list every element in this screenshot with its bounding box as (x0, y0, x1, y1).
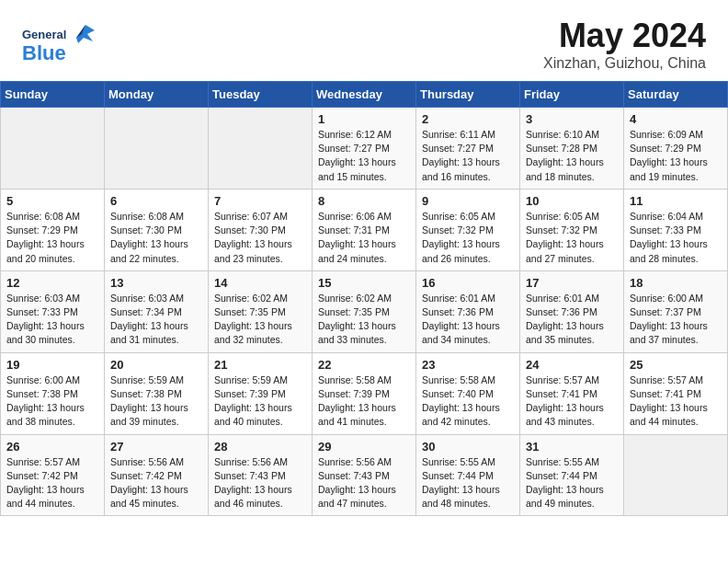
weekday-header-friday: Friday (520, 82, 624, 108)
weekday-header-monday: Monday (105, 82, 209, 108)
weekday-header-sunday: Sunday (1, 82, 105, 108)
calendar-cell (1, 108, 105, 190)
day-number: 1 (318, 112, 411, 126)
day-info: Sunrise: 6:09 AMSunset: 7:29 PMDaylight:… (630, 128, 722, 184)
day-number: 5 (6, 194, 99, 208)
calendar-table: SundayMondayTuesdayWednesdayThursdayFrid… (0, 81, 728, 516)
location: Xinzhan, Guizhou, China (543, 55, 706, 72)
day-number: 13 (110, 276, 203, 290)
day-info: Sunrise: 6:12 AMSunset: 7:27 PMDaylight:… (318, 128, 411, 184)
weekday-row: SundayMondayTuesdayWednesdayThursdayFrid… (1, 82, 728, 108)
day-number: 22 (318, 358, 411, 372)
day-number: 17 (526, 276, 619, 290)
day-number: 26 (6, 440, 99, 454)
logo-general: General (22, 28, 66, 41)
calendar-cell: 10Sunrise: 6:05 AMSunset: 7:32 PMDayligh… (520, 189, 624, 270)
day-number: 23 (422, 358, 515, 372)
day-number: 30 (422, 440, 515, 454)
calendar-cell: 5Sunrise: 6:08 AMSunset: 7:29 PMDaylight… (1, 189, 105, 270)
day-info: Sunrise: 6:03 AMSunset: 7:33 PMDaylight:… (6, 292, 99, 348)
day-number: 7 (214, 194, 307, 208)
calendar-cell: 27Sunrise: 5:56 AMSunset: 7:42 PMDayligh… (105, 434, 209, 516)
day-number: 24 (526, 358, 619, 372)
weekday-header-saturday: Saturday (624, 82, 728, 108)
calendar-header: SundayMondayTuesdayWednesdayThursdayFrid… (1, 82, 728, 108)
calendar-cell: 6Sunrise: 6:08 AMSunset: 7:30 PMDaylight… (105, 189, 209, 270)
day-info: Sunrise: 6:00 AMSunset: 7:38 PMDaylight:… (6, 373, 99, 430)
calendar-cell: 1Sunrise: 6:12 AMSunset: 7:27 PMDaylight… (313, 108, 416, 190)
logo: General Blue (22, 23, 98, 65)
day-info: Sunrise: 6:04 AMSunset: 7:33 PMDaylight:… (630, 210, 722, 266)
day-number: 9 (422, 194, 515, 208)
day-info: Sunrise: 5:57 AMSunset: 7:41 PMDaylight:… (630, 373, 722, 430)
day-info: Sunrise: 6:01 AMSunset: 7:36 PMDaylight:… (422, 292, 515, 348)
day-info: Sunrise: 5:57 AMSunset: 7:42 PMDaylight:… (6, 455, 99, 511)
day-number: 8 (318, 194, 411, 208)
calendar-cell: 11Sunrise: 6:04 AMSunset: 7:33 PMDayligh… (624, 189, 728, 270)
calendar-cell: 3Sunrise: 6:10 AMSunset: 7:28 PMDaylight… (520, 108, 624, 190)
page-header: General Blue May 2024 Xinzhan, Guizhou, … (0, 0, 728, 81)
day-number: 6 (110, 194, 203, 208)
calendar-cell: 12Sunrise: 6:03 AMSunset: 7:33 PMDayligh… (1, 270, 105, 352)
day-info: Sunrise: 6:01 AMSunset: 7:36 PMDaylight:… (526, 292, 619, 348)
calendar-cell: 9Sunrise: 6:05 AMSunset: 7:32 PMDaylight… (416, 189, 520, 270)
day-info: Sunrise: 5:56 AMSunset: 7:43 PMDaylight:… (318, 455, 411, 511)
day-info: Sunrise: 6:08 AMSunset: 7:30 PMDaylight:… (110, 210, 203, 266)
day-number: 19 (6, 358, 99, 372)
calendar-cell: 17Sunrise: 6:01 AMSunset: 7:36 PMDayligh… (520, 270, 624, 352)
calendar-cell: 20Sunrise: 5:59 AMSunset: 7:38 PMDayligh… (105, 352, 209, 434)
day-number: 10 (526, 194, 619, 208)
day-number: 4 (630, 112, 722, 126)
day-info: Sunrise: 6:06 AMSunset: 7:31 PMDaylight:… (318, 210, 411, 266)
week-row-4: 19Sunrise: 6:00 AMSunset: 7:38 PMDayligh… (1, 352, 728, 434)
calendar-cell: 31Sunrise: 5:55 AMSunset: 7:44 PMDayligh… (520, 434, 624, 516)
calendar-cell: 30Sunrise: 5:55 AMSunset: 7:44 PMDayligh… (416, 434, 520, 516)
day-info: Sunrise: 6:10 AMSunset: 7:28 PMDaylight:… (526, 128, 619, 184)
weekday-header-wednesday: Wednesday (313, 82, 416, 108)
day-number: 12 (6, 276, 99, 290)
day-number: 16 (422, 276, 515, 290)
calendar-cell: 21Sunrise: 5:59 AMSunset: 7:39 PMDayligh… (209, 352, 313, 434)
calendar-cell: 19Sunrise: 6:00 AMSunset: 7:38 PMDayligh… (1, 352, 105, 434)
day-info: Sunrise: 5:56 AMSunset: 7:42 PMDaylight:… (110, 455, 203, 511)
day-number: 28 (214, 440, 307, 454)
calendar-cell: 22Sunrise: 5:58 AMSunset: 7:39 PMDayligh… (313, 352, 416, 434)
calendar-body: 1Sunrise: 6:12 AMSunset: 7:27 PMDaylight… (1, 108, 728, 516)
calendar-cell: 28Sunrise: 5:56 AMSunset: 7:43 PMDayligh… (209, 434, 313, 516)
weekday-header-tuesday: Tuesday (209, 82, 313, 108)
calendar-cell: 24Sunrise: 5:57 AMSunset: 7:41 PMDayligh… (520, 352, 624, 434)
day-number: 25 (630, 358, 722, 372)
day-info: Sunrise: 6:00 AMSunset: 7:37 PMDaylight:… (630, 292, 722, 348)
day-info: Sunrise: 6:02 AMSunset: 7:35 PMDaylight:… (318, 292, 411, 348)
day-number: 27 (110, 440, 203, 454)
day-number: 15 (318, 276, 411, 290)
day-number: 21 (214, 358, 307, 372)
month-title: May 2024 (543, 17, 706, 55)
day-info: Sunrise: 5:59 AMSunset: 7:38 PMDaylight:… (110, 373, 203, 430)
calendar-cell (105, 108, 209, 190)
day-number: 18 (630, 276, 722, 290)
day-number: 3 (526, 112, 619, 126)
day-number: 20 (110, 358, 203, 372)
calendar-cell: 25Sunrise: 5:57 AMSunset: 7:41 PMDayligh… (624, 352, 728, 434)
day-number: 2 (422, 112, 515, 126)
day-info: Sunrise: 5:59 AMSunset: 7:39 PMDaylight:… (214, 373, 307, 430)
week-row-5: 26Sunrise: 5:57 AMSunset: 7:42 PMDayligh… (1, 434, 728, 516)
day-number: 11 (630, 194, 722, 208)
day-info: Sunrise: 5:57 AMSunset: 7:41 PMDaylight:… (526, 373, 619, 430)
calendar-cell: 2Sunrise: 6:11 AMSunset: 7:27 PMDaylight… (416, 108, 520, 190)
calendar-cell: 26Sunrise: 5:57 AMSunset: 7:42 PMDayligh… (1, 434, 105, 516)
weekday-header-thursday: Thursday (416, 82, 520, 108)
calendar-cell: 18Sunrise: 6:00 AMSunset: 7:37 PMDayligh… (624, 270, 728, 352)
calendar-cell: 23Sunrise: 5:58 AMSunset: 7:40 PMDayligh… (416, 352, 520, 434)
week-row-3: 12Sunrise: 6:03 AMSunset: 7:33 PMDayligh… (1, 270, 728, 352)
week-row-2: 5Sunrise: 6:08 AMSunset: 7:29 PMDaylight… (1, 189, 728, 270)
logo-blue: Blue (22, 41, 66, 65)
calendar-cell (624, 434, 728, 516)
calendar-cell: 14Sunrise: 6:02 AMSunset: 7:35 PMDayligh… (209, 270, 313, 352)
calendar-cell (209, 108, 313, 190)
day-number: 29 (318, 440, 411, 454)
week-row-1: 1Sunrise: 6:12 AMSunset: 7:27 PMDaylight… (1, 108, 728, 190)
day-number: 14 (214, 276, 307, 290)
day-info: Sunrise: 5:58 AMSunset: 7:40 PMDaylight:… (422, 373, 515, 430)
